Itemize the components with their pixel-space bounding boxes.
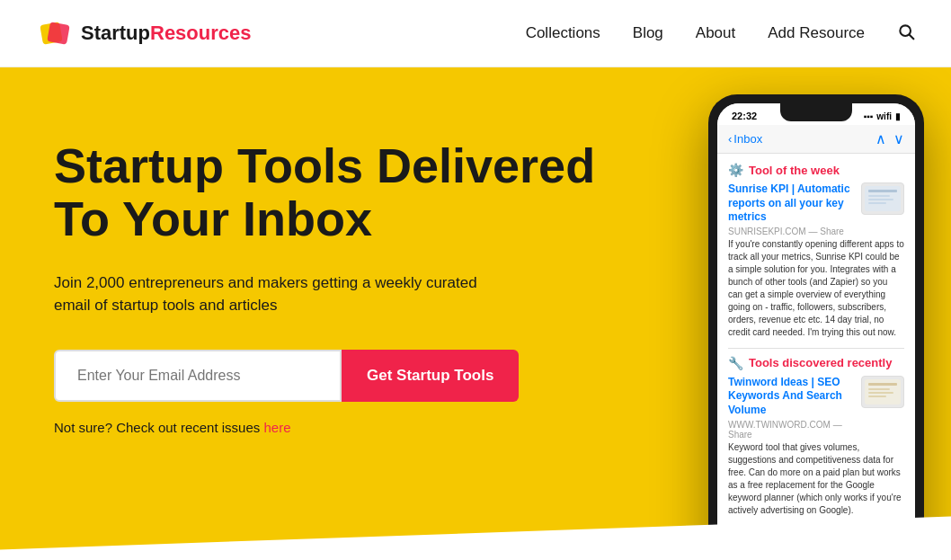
email-input[interactable] [54, 350, 342, 402]
down-icon: ∨ [893, 130, 904, 147]
article-2: Twinword Ideas | SEO Keywords And Search… [728, 376, 904, 517]
svg-line-3 [910, 34, 914, 39]
hero-section: Startup Tools Delivered To Your Inbox Jo… [0, 67, 951, 560]
phone-nav-bar: ‹ Inbox ∧ ∨ [717, 125, 915, 154]
article-1-domain: SUNRISEKPI.COM — Share [728, 227, 854, 236]
phone-back-button: ‹ Inbox [728, 132, 762, 146]
get-startup-tools-button[interactable]: Get Startup Tools [342, 350, 519, 402]
svg-rect-12 [868, 392, 893, 394]
article-1-with-thumb: Sunrise KPI | Automatic reports on all y… [728, 182, 904, 238]
logo-text: StartupResources [81, 22, 252, 45]
compose-icon: ✏️ [870, 553, 890, 560]
article-1-body: If you're constantly opening different a… [728, 238, 904, 339]
tools-discovered-header: 🔧 Tools discovered recently [728, 356, 904, 370]
svg-rect-5 [868, 190, 897, 192]
phone-notch [780, 103, 852, 121]
search-button[interactable] [897, 22, 915, 45]
wrench-icon: 🔧 [728, 356, 743, 370]
divider [728, 348, 904, 349]
tool-of-week-header: ⚙️ Tool of the week [728, 163, 904, 177]
tools-discovered-title: Tools discovered recently [749, 356, 892, 369]
article-1-text: Sunrise KPI | Automatic reports on all y… [728, 182, 854, 238]
wifi-icon: wifi [876, 111, 892, 121]
article-2-body: Keyword tool that gives volumes, suggest… [728, 441, 904, 517]
phone-bottom-bar: 🔖 📁 🗑 ↩ ✏️ [717, 545, 915, 560]
tool-of-week-title: Tool of the week [749, 164, 840, 177]
recent-issues-text: Not sure? Check out recent issues here [54, 420, 595, 435]
phone-status-icons: ▪▪▪ wifi ▮ [864, 111, 901, 121]
logo-icon [36, 14, 74, 52]
reply-icon: ↩ [842, 553, 856, 560]
svg-rect-8 [868, 202, 886, 204]
svg-rect-6 [868, 195, 890, 197]
nav-collections[interactable]: Collections [526, 24, 600, 42]
article-2-thumb [861, 376, 904, 408]
folder-icon: 📁 [777, 553, 796, 560]
article-2-title: Twinword Ideas | SEO Keywords And Search… [728, 376, 854, 418]
svg-rect-11 [868, 388, 890, 390]
phone-mockup-container: 22:32 ▪▪▪ wifi ▮ ‹ Inbox ∧ ∨ [708, 94, 924, 560]
signal-icon: ▪▪▪ [864, 111, 874, 121]
nav-blog[interactable]: Blog [633, 24, 663, 42]
phone-nav-actions: ∧ ∨ [875, 130, 904, 147]
article-1-title: Sunrise KPI | Automatic reports on all y… [728, 182, 854, 225]
chevron-left-icon: ‹ [728, 132, 732, 146]
nav-add-resource[interactable]: Add Resource [768, 24, 865, 42]
phone-email-content: ⚙️ Tool of the week Sunrise KPI | Automa… [717, 154, 915, 535]
logo[interactable]: StartupResources [36, 14, 252, 52]
search-icon [897, 22, 915, 40]
article-2-text: Twinword Ideas | SEO Keywords And Search… [728, 376, 854, 441]
svg-rect-10 [868, 383, 897, 386]
phone-time: 22:32 [732, 111, 757, 121]
email-form: Get Startup Tools [54, 350, 595, 402]
recent-issues-link[interactable]: here [263, 420, 290, 435]
article-1-thumbnail-svg [865, 186, 901, 211]
article-2-domain: WWW.TWINWORD.COM — Share [728, 420, 854, 440]
phone-mockup: 22:32 ▪▪▪ wifi ▮ ‹ Inbox ∧ ∨ [708, 94, 924, 560]
header: StartupResources Collections Blog About … [0, 0, 951, 67]
main-nav: Collections Blog About Add Resource [526, 22, 915, 45]
svg-rect-7 [868, 199, 893, 200]
hero-title: Startup Tools Delivered To Your Inbox [54, 139, 595, 246]
svg-rect-1 [47, 22, 69, 44]
battery-icon: ▮ [895, 111, 901, 121]
phone-screen: 22:32 ▪▪▪ wifi ▮ ‹ Inbox ∧ ∨ [717, 103, 915, 560]
article-2-with-thumb: Twinword Ideas | SEO Keywords And Search… [728, 376, 904, 441]
hero-subtitle: Join 2,000 entrepreneurs and makers gett… [54, 271, 503, 317]
article-1: Sunrise KPI | Automatic reports on all y… [728, 182, 904, 339]
hero-content: Startup Tools Delivered To Your Inbox Jo… [54, 121, 595, 435]
up-icon: ∧ [875, 130, 886, 147]
trash-icon: 🗑 [811, 554, 827, 561]
bookmark-icon: 🔖 [742, 553, 762, 560]
star-icon: ⚙️ [728, 163, 743, 177]
article-1-thumb [861, 182, 904, 215]
article-2-thumbnail-svg [865, 379, 901, 404]
nav-about[interactable]: About [696, 24, 735, 42]
svg-rect-13 [868, 396, 886, 397]
